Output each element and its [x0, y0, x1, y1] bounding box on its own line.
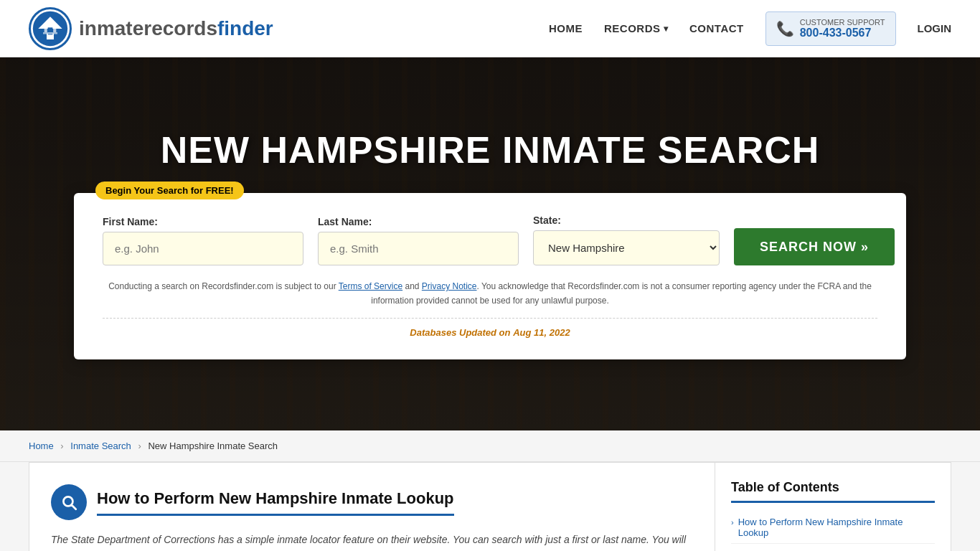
hero-section: NEW HAMPSHIRE INMATE SEARCH Begin Your S…: [0, 57, 980, 430]
svg-rect-6: [43, 32, 57, 34]
hero-content: NEW HAMPSHIRE INMATE SEARCH Begin Your S…: [0, 128, 980, 359]
main-nav: HOME RECORDS ▾ CONTACT 📞 CUSTOMER SUPPOR…: [549, 11, 951, 46]
last-name-label: Last Name:: [318, 216, 519, 227]
section-title: How to Perform New Hampshire Inmate Look…: [97, 489, 454, 516]
records-dropdown-icon: ▾: [664, 24, 669, 34]
breadcrumb: Home › Inmate Search › New Hampshire Inm…: [0, 430, 980, 462]
svg-rect-4: [44, 27, 47, 32]
search-icon: [51, 484, 87, 520]
search-now-button[interactable]: SEARCH NOW »: [734, 228, 895, 265]
first-name-label: First Name:: [103, 216, 303, 227]
last-name-input[interactable]: [318, 232, 519, 265]
disclaimer-text: Conducting a search on Recordsfinder.com…: [103, 280, 877, 307]
toc-item-2[interactable]: › Creating Public Jail Records: [731, 544, 935, 551]
tos-link[interactable]: Terms of Service: [339, 281, 402, 291]
toc-chevron-1: ›: [731, 518, 734, 527]
search-card: Begin Your Search for FREE! First Name: …: [74, 193, 906, 359]
last-name-group: Last Name:: [318, 216, 519, 265]
svg-rect-5: [53, 27, 56, 32]
search-form-row: First Name: Last Name: State: New Hampsh…: [103, 215, 877, 265]
logo-text: inmaterecordsfinder: [79, 17, 273, 40]
state-group: State: New Hampshire Alabama Alaska Ariz…: [533, 215, 720, 265]
first-name-group: First Name:: [103, 216, 303, 265]
search-badge: Begin Your Search for FREE!: [95, 182, 244, 199]
site-header: inmaterecordsfinder HOME RECORDS ▾ CONTA…: [0, 0, 980, 57]
nav-contact[interactable]: CONTACT: [689, 22, 744, 34]
privacy-link[interactable]: Privacy Notice: [422, 281, 477, 291]
breadcrumb-home[interactable]: Home: [29, 441, 54, 451]
toc-title: Table of Contents: [731, 480, 935, 503]
content-right: Table of Contents › How to Perform New H…: [715, 462, 951, 551]
login-button[interactable]: LOGIN: [918, 22, 952, 34]
state-label: State:: [533, 215, 720, 226]
logo[interactable]: inmaterecordsfinder: [29, 7, 273, 50]
section-header: How to Perform New Hampshire Inmate Look…: [51, 484, 693, 520]
nav-records[interactable]: RECORDS ▾: [604, 22, 668, 34]
first-name-input[interactable]: [103, 232, 303, 265]
logo-icon: [29, 7, 72, 50]
state-select[interactable]: New Hampshire Alabama Alaska Arizona Cal…: [533, 230, 720, 265]
content-left: How to Perform New Hampshire Inmate Look…: [29, 462, 715, 551]
db-updated: Databases Updated on Aug 11, 2022: [103, 318, 877, 338]
nav-home[interactable]: HOME: [549, 22, 583, 34]
toc-item-1[interactable]: › How to Perform New Hampshire Inmate Lo…: [731, 512, 935, 544]
customer-support-box[interactable]: 📞 CUSTOMER SUPPORT 800-433-0567: [765, 11, 896, 46]
customer-support-text: CUSTOMER SUPPORT 800-433-0567: [800, 18, 885, 39]
breadcrumb-sep-1: ›: [60, 441, 63, 451]
main-content: How to Perform New Hampshire Inmate Look…: [0, 462, 980, 551]
breadcrumb-sep-2: ›: [138, 441, 141, 451]
breadcrumb-inmate-search[interactable]: Inmate Search: [70, 441, 131, 451]
phone-icon: 📞: [776, 20, 794, 37]
breadcrumb-current: New Hampshire Inmate Search: [148, 441, 278, 451]
section-body: The State Department of Corrections has …: [51, 532, 693, 551]
hero-title: NEW HAMPSHIRE INMATE SEARCH: [161, 128, 820, 171]
